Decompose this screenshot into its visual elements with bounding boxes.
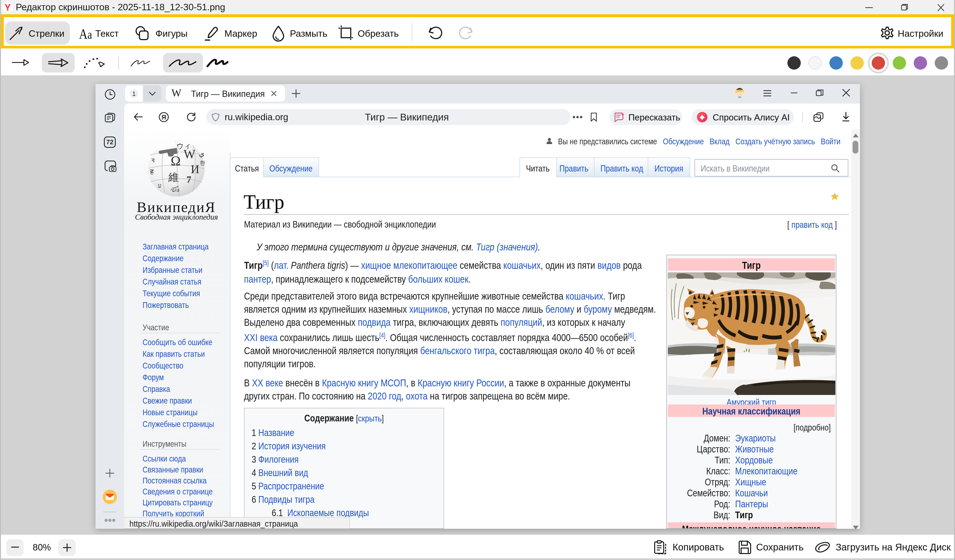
svg-text:1: 1 bbox=[132, 90, 136, 97]
svg-text:72: 72 bbox=[106, 139, 113, 146]
svg-text:ウィ: ウィ bbox=[177, 142, 191, 150]
svg-text:И: И bbox=[191, 162, 199, 176]
svg-text:7: 7 bbox=[186, 174, 191, 185]
svg-text:한: 한 bbox=[200, 160, 205, 166]
svg-text:ע: ע bbox=[158, 182, 161, 189]
svg-text:Ω: Ω bbox=[171, 154, 181, 168]
svg-text:ব: ব bbox=[151, 156, 155, 164]
svg-text:ණ: ණ bbox=[170, 185, 179, 193]
svg-text:ي: ي bbox=[199, 150, 204, 158]
svg-text:Я: Я bbox=[161, 114, 166, 121]
svg-text:維: 維 bbox=[168, 172, 179, 183]
svg-text:ह: ह bbox=[150, 168, 154, 176]
